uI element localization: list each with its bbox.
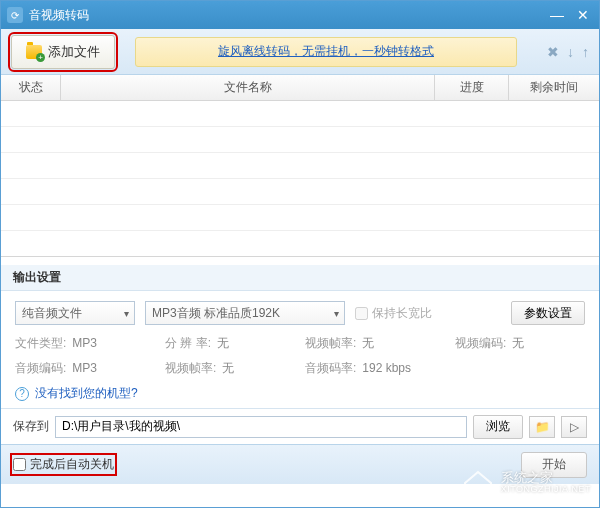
minimize-button[interactable]: — [547, 7, 567, 23]
keep-ratio-input[interactable] [355, 307, 368, 320]
footer: 完成后自动关机 开始 [1, 444, 599, 484]
info-acodec: 音频编码:MP3 [15, 360, 165, 377]
model-help-link[interactable]: ? 没有找到您的机型? [15, 385, 585, 402]
table-row[interactable] [1, 127, 599, 153]
col-progress-header: 进度 [435, 75, 509, 100]
col-name-header: 文件名称 [61, 75, 435, 100]
param-settings-button[interactable]: 参数设置 [511, 301, 585, 325]
output-section-header: 输出设置 [1, 265, 599, 291]
output-settings: 纯音频文件 MP3音频 标准品质192K 保持长宽比 参数设置 文件类型:MP3… [1, 291, 599, 408]
move-up-icon[interactable]: ↑ [582, 44, 589, 60]
output-info-grid: 文件类型:MP3 分 辨 率:无 视频帧率:无 视频编码:无 音频编码:MP3 … [15, 335, 585, 377]
col-status-header: 状态 [1, 75, 61, 100]
play-output-button[interactable]: ▷ [561, 416, 587, 438]
toolbar-right-icons: ✖ ↓ ↑ [547, 44, 589, 60]
info-file-type: 文件类型:MP3 [15, 335, 165, 352]
save-label: 保存到 [13, 418, 49, 435]
move-down-icon[interactable]: ↓ [567, 44, 574, 60]
app-icon: ⟳ [7, 7, 23, 23]
start-button[interactable]: 开始 [521, 452, 587, 478]
window-title: 音视频转码 [29, 7, 89, 24]
col-remain-header: 剩余时间 [509, 75, 599, 100]
close-button[interactable]: ✕ [573, 7, 593, 23]
svg-rect-0 [473, 485, 481, 495]
table-header: 状态 文件名称 进度 剩余时间 [1, 75, 599, 101]
keep-ratio-checkbox[interactable]: 保持长宽比 [355, 305, 432, 322]
table-row[interactable] [1, 101, 599, 127]
table-body [1, 101, 599, 257]
window-controls: — ✕ [547, 7, 593, 23]
shutdown-input[interactable] [13, 458, 26, 471]
help-icon: ? [15, 387, 29, 401]
table-row[interactable] [1, 205, 599, 231]
folder-add-icon [26, 45, 42, 59]
output-mode-select[interactable]: 纯音频文件 [15, 301, 135, 325]
save-row: 保存到 浏览 📁 ▷ [1, 408, 599, 444]
titlebar: ⟳ 音视频转码 — ✕ [1, 1, 599, 29]
shutdown-checkbox[interactable]: 完成后自动关机 [13, 456, 114, 473]
promo-banner[interactable]: 旋风离线转码，无需挂机，一秒钟转格式 [135, 37, 517, 67]
info-vfps: 视频帧率:无 [305, 335, 455, 352]
save-path-input[interactable] [55, 416, 467, 438]
table-row[interactable] [1, 179, 599, 205]
info-resolution: 分 辨 率:无 [165, 335, 305, 352]
info-vcodec: 视频编码:无 [455, 335, 585, 352]
open-folder-button[interactable]: 📁 [529, 416, 555, 438]
add-file-label: 添加文件 [48, 43, 100, 61]
table-row[interactable] [1, 231, 599, 257]
delete-icon[interactable]: ✖ [547, 44, 559, 60]
browse-button[interactable]: 浏览 [473, 415, 523, 439]
output-format-select[interactable]: MP3音频 标准品质192K [145, 301, 345, 325]
app-window: ⟳ 音视频转码 — ✕ 添加文件 旋风离线转码，无需挂机，一秒钟转格式 ✖ ↓ … [0, 0, 600, 508]
info-abitrate: 音频码率:192 kbps [305, 360, 455, 377]
table-row[interactable] [1, 153, 599, 179]
info-afps: 视频帧率:无 [165, 360, 305, 377]
toolbar: 添加文件 旋风离线转码，无需挂机，一秒钟转格式 ✖ ↓ ↑ [1, 29, 599, 75]
add-file-button[interactable]: 添加文件 [11, 35, 115, 69]
